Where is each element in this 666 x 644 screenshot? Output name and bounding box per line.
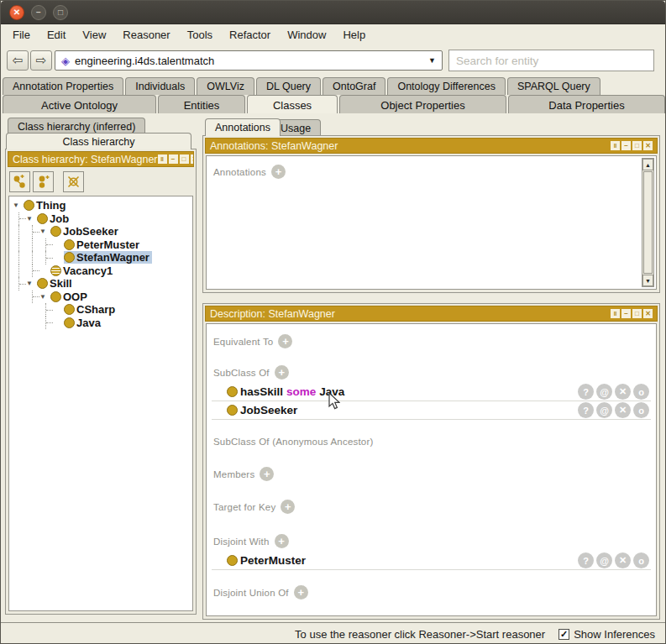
delete-icon[interactable]: ✕ xyxy=(615,384,631,400)
search-input[interactable] xyxy=(448,50,654,71)
tab-class-hierarchy-inferred[interactable]: Class hierarchy (inferred) xyxy=(8,118,145,134)
edit-icon[interactable]: o xyxy=(633,552,649,568)
float-icon[interactable]: □ xyxy=(180,154,189,164)
object-property-name: hasSkill xyxy=(240,385,283,398)
menu-window[interactable]: Window xyxy=(279,26,334,44)
tree-item-job[interactable]: ▼ Job xyxy=(9,212,192,226)
add-sibling-class-button[interactable] xyxy=(33,171,54,192)
float-icon[interactable]: □ xyxy=(632,309,642,318)
show-inferences-toggle[interactable]: ✓ Show Inferences xyxy=(558,628,655,641)
ontology-selector[interactable]: ◈ engineering.i4ds.talentmatch ▼ xyxy=(55,50,443,71)
tree-guide xyxy=(13,251,26,264)
checkbox-checked-icon[interactable]: ✓ xyxy=(558,629,569,640)
expander-icon[interactable]: ▼ xyxy=(39,293,50,301)
edit-icon[interactable]: o xyxy=(633,402,649,418)
split-horizontal-icon[interactable]: − xyxy=(621,309,631,318)
description-header: Description: StefanWagner ‖ − □ ✕ xyxy=(205,306,658,322)
disjoint-with-row-petermuster[interactable]: PeterMuster ? @ ✕ o xyxy=(212,552,651,570)
menu-file[interactable]: File xyxy=(4,26,39,44)
tree-item-skill[interactable]: ▼ Skill xyxy=(9,277,192,291)
split-vertical-icon[interactable]: ‖ xyxy=(611,141,620,150)
annotate-icon[interactable]: @ xyxy=(596,402,612,418)
tab-annotations[interactable]: Annotations xyxy=(205,118,281,136)
float-icon[interactable]: □ xyxy=(632,141,642,150)
tree-item-oop[interactable]: ▼ OOP xyxy=(9,291,192,304)
tree-item-vacancy1[interactable]: Vacancy1 xyxy=(9,264,192,278)
menu-refactor[interactable]: Refactor xyxy=(221,26,279,44)
tree-item-java[interactable]: Java xyxy=(9,317,192,330)
close-icon[interactable]: ✕ xyxy=(643,309,653,318)
expander-icon[interactable]: ▼ xyxy=(26,215,37,223)
scroll-up-icon[interactable]: ▲ xyxy=(642,159,653,170)
close-icon[interactable]: ✕ xyxy=(643,141,653,150)
expander-icon[interactable]: ▼ xyxy=(13,202,24,209)
tab-classes[interactable]: Classes xyxy=(247,95,338,113)
window-close-icon[interactable]: ✕ xyxy=(9,5,24,20)
add-disjoint-with-icon[interactable]: + xyxy=(275,534,289,548)
add-equivalent-to-icon[interactable]: + xyxy=(278,334,292,348)
subclass-of-row-hasskill-some-java[interactable]: hasSkill some Java ? @ ✕ o xyxy=(212,383,651,401)
menu-edit[interactable]: Edit xyxy=(39,26,74,44)
menu-view[interactable]: View xyxy=(74,26,114,44)
scrollbar[interactable]: ▲ ▼ xyxy=(642,158,654,287)
delete-icon[interactable]: ✕ xyxy=(615,402,631,418)
tree-item-csharp[interactable]: CSharp xyxy=(9,303,192,317)
tree-item-stefanwagner[interactable]: StefanWagner xyxy=(9,251,192,264)
section-subclass-of: SubClass Of xyxy=(213,368,270,378)
menu-help[interactable]: Help xyxy=(334,26,374,44)
tab-ontograf[interactable]: OntoGraf xyxy=(323,77,385,95)
protege-window: ✕ − □ File Edit View Reasoner Tools Refa… xyxy=(0,0,666,644)
description-content: Equivalent To + SubClass Of + hasSkill s… xyxy=(206,323,657,616)
tab-owlviz[interactable]: OWLViz xyxy=(197,77,254,95)
tab-individuals[interactable]: Individuals xyxy=(125,77,195,95)
class-icon xyxy=(64,239,75,250)
tree-item-label: Thing xyxy=(36,199,66,212)
annotate-icon[interactable]: @ xyxy=(596,552,612,568)
menu-tools[interactable]: Tools xyxy=(179,26,221,44)
tab-class-hierarchy[interactable]: Class hierarchy xyxy=(6,133,191,149)
scrollbar-thumb[interactable] xyxy=(643,171,653,274)
delete-icon[interactable]: ✕ xyxy=(615,552,631,568)
window-minimize-icon[interactable]: − xyxy=(31,5,46,20)
tab-active-ontology[interactable]: Active Ontology xyxy=(3,95,156,113)
expander-icon[interactable]: ▼ xyxy=(26,280,37,287)
tab-data-properties[interactable]: Data Properties xyxy=(508,95,665,113)
tab-annotation-properties[interactable]: Annotation Properties xyxy=(3,77,123,95)
tab-dl-query[interactable]: DL Query xyxy=(256,77,321,95)
tab-entities[interactable]: Entities xyxy=(158,95,245,113)
explain-inference-icon[interactable]: ? xyxy=(578,384,594,400)
menu-reasoner[interactable]: Reasoner xyxy=(114,26,178,44)
tree-item-thing[interactable]: ▼ Thing xyxy=(9,199,192,212)
tree-item-jobseeker[interactable]: ▼ JobSeeker xyxy=(9,225,192,238)
chevron-down-icon[interactable]: ▼ xyxy=(428,56,436,65)
split-horizontal-icon[interactable]: − xyxy=(169,154,178,164)
explain-inference-icon[interactable]: ? xyxy=(578,552,594,568)
tab-sparql-query[interactable]: SPARQL Query xyxy=(507,77,600,95)
add-subclass-of-icon[interactable]: + xyxy=(275,365,289,380)
explain-inference-icon[interactable]: ? xyxy=(578,402,594,418)
tab-object-properties[interactable]: Object Properties xyxy=(339,95,506,113)
class-icon xyxy=(227,555,238,566)
split-vertical-icon[interactable]: ‖ xyxy=(611,309,620,318)
annotate-icon[interactable]: @ xyxy=(596,384,612,400)
subclass-of-row-jobseeker[interactable]: JobSeeker ? @ ✕ o xyxy=(212,401,651,420)
edit-icon[interactable]: o xyxy=(633,384,649,400)
show-inferences-label: Show Inferences xyxy=(574,628,655,641)
tab-ontology-differences[interactable]: Ontology Differences xyxy=(387,77,506,95)
expander-icon[interactable]: ▼ xyxy=(39,228,50,235)
delete-class-button[interactable] xyxy=(63,171,84,192)
split-horizontal-icon[interactable]: − xyxy=(621,141,631,150)
add-subclass-button[interactable] xyxy=(9,171,30,192)
add-target-for-key-icon[interactable]: + xyxy=(281,500,295,514)
split-vertical-icon[interactable]: ‖ xyxy=(158,154,167,164)
close-icon[interactable]: ✕ xyxy=(191,154,194,164)
back-button[interactable]: ⇦ xyxy=(7,50,29,71)
scroll-down-icon[interactable]: ▼ xyxy=(642,275,653,286)
tree-item-petermuster[interactable]: PeterMuster xyxy=(9,238,192,252)
add-members-icon[interactable]: + xyxy=(260,467,274,481)
add-annotation-icon[interactable]: + xyxy=(271,165,286,179)
tree-guide xyxy=(13,238,26,252)
window-maximize-icon[interactable]: □ xyxy=(53,5,68,20)
forward-button[interactable]: ⇨ xyxy=(30,50,52,71)
add-disjoint-union-of-icon[interactable]: + xyxy=(294,585,308,599)
